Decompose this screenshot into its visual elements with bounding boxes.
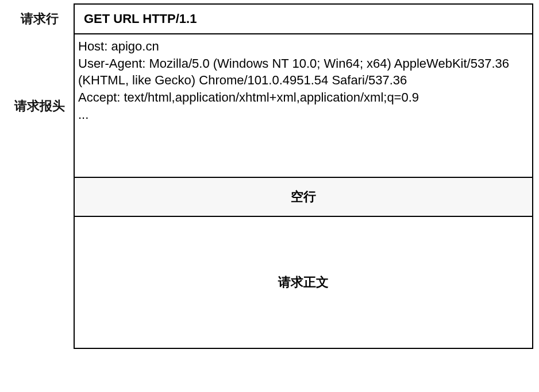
label-request-headers: 请求报头 bbox=[6, 34, 74, 178]
empty-line-content: 空行 bbox=[291, 188, 316, 205]
label-request-line: 请求行 bbox=[6, 3, 74, 34]
box-empty-line: 空行 bbox=[74, 178, 533, 217]
box-request-body: 请求正文 bbox=[74, 217, 533, 349]
box-request-line: GET URL HTTP/1.1 bbox=[74, 3, 533, 34]
request-body-content: 请求正文 bbox=[278, 274, 329, 291]
request-line-content: GET URL HTTP/1.1 bbox=[84, 11, 197, 26]
spacer-body bbox=[6, 217, 74, 349]
http-request-diagram: 请求行 GET URL HTTP/1.1 请求报头 Host: apigo.cn… bbox=[0, 0, 539, 355]
spacer-empty-line bbox=[6, 178, 74, 217]
box-request-headers: Host: apigo.cn User-Agent: Mozilla/5.0 (… bbox=[74, 34, 533, 178]
